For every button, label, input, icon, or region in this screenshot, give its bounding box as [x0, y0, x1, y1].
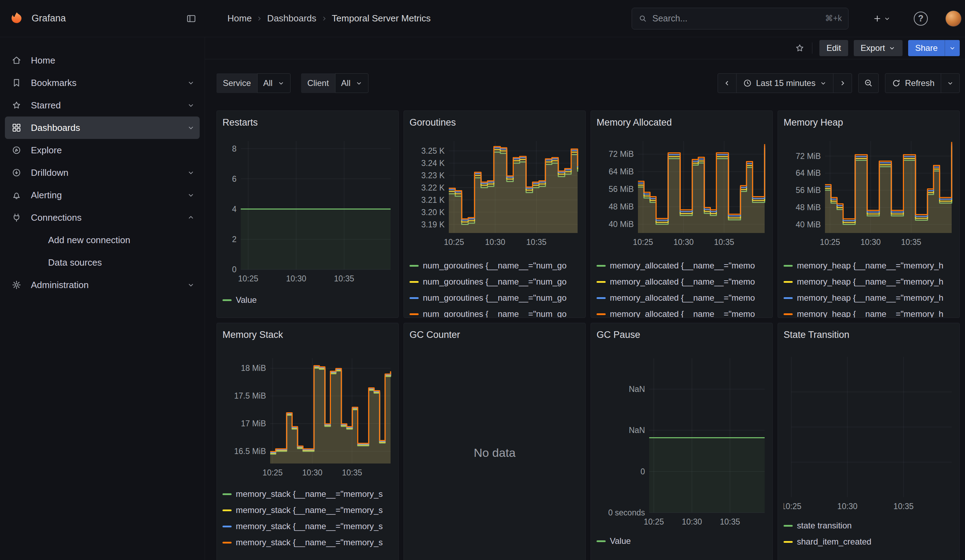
- sidebar-item-explore[interactable]: Explore: [5, 139, 200, 162]
- legend-item[interactable]: Value: [222, 292, 393, 308]
- legend-item[interactable]: memory_heap {__name__="memory_h: [783, 306, 954, 318]
- legend-swatch: [409, 265, 419, 267]
- timeseries-chart: 10:2510:3010:35: [783, 354, 954, 512]
- sidebar-item-alerting[interactable]: Alerting: [5, 184, 200, 206]
- chevron-down-icon[interactable]: [187, 124, 195, 132]
- add-new-button[interactable]: [872, 14, 891, 23]
- edit-button[interactable]: Edit: [819, 40, 848, 56]
- favorite-star-icon[interactable]: [795, 43, 805, 53]
- timeseries-chart: 72 MiB64 MiB56 MiB48 MiB40 MiB10:2510:30…: [597, 138, 767, 248]
- panel-title[interactable]: Memory Heap: [783, 111, 954, 131]
- sidebar-toggle-icon[interactable]: [186, 13, 196, 24]
- legend-item[interactable]: Value: [597, 533, 767, 549]
- variable-service-select[interactable]: All: [257, 73, 291, 93]
- panel-title[interactable]: Memory Stack: [222, 323, 393, 343]
- sidebar-item-connections[interactable]: Connections: [5, 206, 200, 229]
- legend-item[interactable]: memory_heap {__name__="memory_h: [783, 290, 954, 306]
- breadcrumb-item-current: Temporal Server Metrics: [332, 13, 431, 24]
- chevron-up-icon[interactable]: [187, 214, 195, 221]
- variable-client-select[interactable]: All: [335, 73, 368, 93]
- panel-goroutines: Goroutines3.25 K3.24 K3.23 K3.22 K3.21 K…: [404, 111, 586, 318]
- variable-service-label: Service: [216, 73, 257, 93]
- legend-swatch: [783, 265, 793, 267]
- breadcrumb-item-dashboards[interactable]: Dashboards: [267, 13, 316, 24]
- timeseries-chart: NaNNaN00 seconds10:2510:3010:35: [597, 356, 767, 527]
- variable-service-value: All: [263, 78, 273, 88]
- sidebar-item-label: Explore: [31, 145, 62, 156]
- legend: num_goroutines {__name__="num_gonum_goro…: [409, 258, 580, 318]
- user-avatar[interactable]: [945, 11, 962, 27]
- sidebar-item-drilldown[interactable]: Drilldown: [5, 162, 200, 184]
- chevron-down-icon[interactable]: [187, 191, 195, 199]
- svg-text:2: 2: [232, 235, 237, 244]
- chevron-down-icon[interactable]: [187, 101, 195, 109]
- panel-restarts: Restarts0246810:2510:3010:35Value: [216, 111, 399, 318]
- svg-text:10:25: 10:25: [444, 238, 464, 247]
- help-icon[interactable]: ?: [914, 11, 928, 26]
- panel-title[interactable]: Restarts: [222, 111, 393, 131]
- sidebar-item-starred[interactable]: Starred: [5, 94, 200, 116]
- legend-item[interactable]: memory_allocated {__name__="memo: [597, 258, 767, 274]
- legend: state transitionshard_item_created: [783, 518, 954, 550]
- legend-item[interactable]: memory_heap {__name__="memory_h: [783, 258, 954, 274]
- panel-grid: Restarts0246810:2510:3010:35ValueGorouti…: [216, 111, 965, 560]
- top-navbar: Grafana Home Dashboards Temporal Server …: [0, 0, 965, 37]
- svg-text:40 MiB: 40 MiB: [608, 220, 634, 229]
- chevron-down-icon[interactable]: [187, 281, 195, 289]
- sidebar-item-data-sources[interactable]: Data sources: [5, 251, 200, 274]
- legend-item[interactable]: state transition: [783, 518, 954, 534]
- sidebar-item-dashboards[interactable]: Dashboards: [5, 116, 200, 139]
- sidebar-nav: HomeBookmarksStarredDashboardsExploreDri…: [5, 49, 200, 296]
- legend-item[interactable]: num_goroutines {__name__="num_go: [409, 290, 580, 306]
- legend-item[interactable]: shard_item_created: [783, 534, 954, 550]
- svg-text:56 MiB: 56 MiB: [795, 186, 821, 195]
- svg-text:3.20 K: 3.20 K: [422, 208, 445, 217]
- svg-text:17.5 MiB: 17.5 MiB: [234, 391, 266, 400]
- export-button[interactable]: Export: [854, 40, 903, 56]
- legend-item[interactable]: num_goroutines {__name__="num_go: [409, 306, 580, 318]
- chevron-down-icon[interactable]: [187, 79, 195, 87]
- svg-text:3.25 K: 3.25 K: [422, 146, 445, 155]
- legend-item[interactable]: memory_stack {__name__="memory_s: [222, 534, 393, 550]
- sidebar-item-add-new-connection[interactable]: Add new connection: [5, 229, 200, 251]
- panel-title[interactable]: Memory Allocated: [597, 111, 767, 131]
- legend-swatch: [597, 281, 606, 283]
- legend-item[interactable]: memory_allocated {__name__="memo: [597, 306, 767, 318]
- time-forward-button[interactable]: [833, 73, 852, 93]
- legend-label: num_goroutines {__name__="num_go: [423, 261, 567, 271]
- legend-label: Value: [236, 295, 257, 305]
- legend-item[interactable]: memory_stack {__name__="memory_s: [222, 486, 393, 502]
- time-range-picker[interactable]: Last 15 minutes: [736, 73, 833, 93]
- sidebar-item-administration[interactable]: Administration: [5, 274, 200, 296]
- svg-text:40 MiB: 40 MiB: [795, 220, 821, 229]
- legend-item[interactable]: num_goroutines {__name__="num_go: [409, 274, 580, 290]
- chevron-right-icon: [839, 79, 846, 87]
- sidebar-item-label: Add new connection: [48, 235, 130, 246]
- legend-label: memory_heap {__name__="memory_h: [797, 261, 943, 271]
- panel-title[interactable]: Goroutines: [409, 111, 580, 131]
- legend-swatch: [597, 297, 606, 299]
- refresh-interval-button[interactable]: [941, 73, 960, 93]
- chevron-down-icon[interactable]: [187, 169, 195, 176]
- panel-title[interactable]: State Transition: [783, 323, 954, 343]
- breadcrumb-item-home[interactable]: Home: [227, 13, 252, 24]
- panel-title[interactable]: GC Pause: [597, 323, 767, 343]
- share-button[interactable]: Share: [908, 40, 945, 56]
- chevron-down-icon: [888, 44, 896, 52]
- legend-item[interactable]: memory_heap {__name__="memory_h: [783, 274, 954, 290]
- legend-item[interactable]: memory_allocated {__name__="memo: [597, 290, 767, 306]
- search-input[interactable]: Search... ⌘+k: [631, 8, 849, 29]
- legend-item[interactable]: memory_stack {__name__="memory_s: [222, 502, 393, 518]
- zoom-out-button[interactable]: [858, 73, 879, 93]
- refresh-button[interactable]: Refresh: [885, 73, 941, 93]
- sidebar-item-bookmarks[interactable]: Bookmarks: [5, 72, 200, 94]
- sidebar-item-label: Administration: [31, 280, 89, 291]
- share-dropdown-button[interactable]: [945, 40, 960, 56]
- legend-item[interactable]: memory_allocated {__name__="memo: [597, 274, 767, 290]
- legend-item[interactable]: memory_stack {__name__="memory_s: [222, 518, 393, 534]
- sidebar-item-home[interactable]: Home: [5, 49, 200, 72]
- legend-swatch: [222, 542, 232, 544]
- time-back-button[interactable]: [718, 73, 736, 93]
- grafana-logo-icon[interactable]: [9, 11, 25, 26]
- legend-item[interactable]: num_goroutines {__name__="num_go: [409, 258, 580, 274]
